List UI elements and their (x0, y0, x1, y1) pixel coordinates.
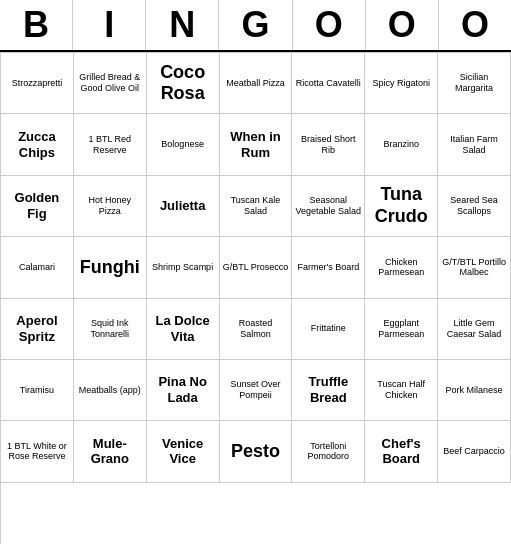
grid-cell: Tortelloni Pomodoro (292, 421, 365, 482)
grid-cell: Chicken Parmesean (365, 237, 438, 298)
grid-cell: Bolognese (147, 114, 220, 175)
grid-cell: Seasonal Vegetable Salad (292, 176, 365, 237)
grid-cell: Beef Carpaccio (438, 421, 511, 482)
grid-cell: Pina No Lada (147, 360, 220, 421)
grid-cell: Pork Milanese (438, 360, 511, 421)
grid-cell: Funghi (74, 237, 147, 298)
header-letter: O (366, 0, 439, 50)
header-letter: G (219, 0, 292, 50)
grid-cell: Tuscan Half Chicken (365, 360, 438, 421)
grid-cell: Chef's Board (365, 421, 438, 482)
grid-cell: Pesto (220, 421, 293, 482)
grid-cell: Truffle Bread (292, 360, 365, 421)
grid-cell: Meatball Pizza (220, 53, 293, 114)
grid-cell: Roasted Salmon (220, 299, 293, 360)
header-letter: O (439, 0, 511, 50)
grid-cell: Spicy Rigatoni (365, 53, 438, 114)
grid-cell: Julietta (147, 176, 220, 237)
grid-cell: Mule-Grano (74, 421, 147, 482)
grid-cell: Eggplant Parmesean (365, 299, 438, 360)
grid-cell: Sunset Over Pompeii (220, 360, 293, 421)
grid-cell: Hot Honey Pizza (74, 176, 147, 237)
grid-cell: Squid Ink Tonnarelli (74, 299, 147, 360)
header-letter: I (73, 0, 146, 50)
grid-cell: Venice Vice (147, 421, 220, 482)
header-letter: N (146, 0, 219, 50)
grid-cell: Farmer's Board (292, 237, 365, 298)
grid-cell: Meatballs (app) (74, 360, 147, 421)
bingo-header: BINGOOO (0, 0, 511, 52)
bingo-grid: StrozzaprettiGrilled Bread & Good Olive … (0, 52, 511, 544)
grid-cell: Little Gem Caesar Salad (438, 299, 511, 360)
grid-cell: Zucca Chips (1, 114, 74, 175)
grid-cell: Strozzapretti (1, 53, 74, 114)
grid-cell: Branzino (365, 114, 438, 175)
header-letter: B (0, 0, 73, 50)
grid-cell: Tiramisu (1, 360, 74, 421)
grid-cell: Braised Short Rib (292, 114, 365, 175)
grid-cell: Ricotta Cavatelli (292, 53, 365, 114)
header-letter: O (293, 0, 366, 50)
grid-cell: G/BTL Prosecco (220, 237, 293, 298)
grid-cell: Tuna Crudo (365, 176, 438, 237)
grid-cell: Aperol Spritz (1, 299, 74, 360)
grid-cell: 1 BTL Red Reserve (74, 114, 147, 175)
grid-cell: Grilled Bread & Good Olive Oil (74, 53, 147, 114)
grid-cell: Coco Rosa (147, 53, 220, 114)
grid-cell: La Dolce Vita (147, 299, 220, 360)
grid-cell: Italian Farm Salad (438, 114, 511, 175)
grid-cell: Seared Sea Scallops (438, 176, 511, 237)
grid-cell: Sicilian Margarita (438, 53, 511, 114)
grid-cell: When in Rum (220, 114, 293, 175)
grid-cell: 1 BTL White or Rose Reserve (1, 421, 74, 482)
grid-cell: Tuscan Kale Salad (220, 176, 293, 237)
grid-cell: Calamari (1, 237, 74, 298)
grid-cell: G/T/BTL Portillo Malbec (438, 237, 511, 298)
grid-cell: Golden Fig (1, 176, 74, 237)
grid-cell: Shrimp Scampi (147, 237, 220, 298)
grid-cell: Frittatine (292, 299, 365, 360)
